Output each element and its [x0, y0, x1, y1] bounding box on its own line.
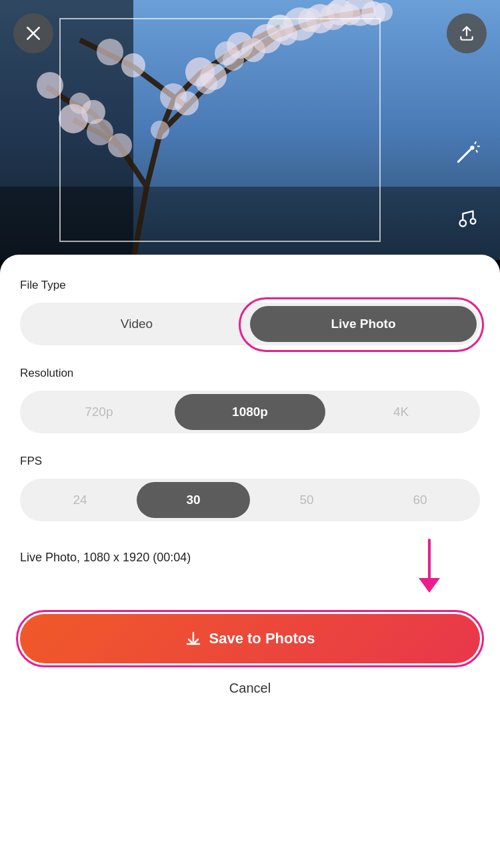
cherry-blossom-image	[0, 0, 500, 260]
svg-point-31	[151, 121, 169, 139]
fps-segment: 24 30 50 60	[20, 479, 480, 521]
export-info-text: Live Photo, 1080 x 1920 (00:04)	[20, 545, 191, 565]
svg-point-41	[471, 219, 476, 224]
arrow-line	[428, 539, 431, 579]
file-type-segment: Video Live Photo	[20, 303, 480, 345]
share-button[interactable]	[447, 13, 487, 53]
close-button[interactable]	[13, 13, 53, 53]
arrow-head	[419, 578, 440, 593]
fps-30[interactable]: 30	[137, 482, 250, 518]
magic-wand-icon	[453, 139, 481, 167]
svg-point-32	[69, 93, 91, 114]
svg-point-17	[160, 83, 187, 110]
photo-background	[0, 0, 500, 260]
svg-point-29	[223, 49, 244, 71]
svg-point-24	[87, 119, 113, 145]
photo-preview-area	[0, 0, 500, 260]
magic-wand-button[interactable]	[447, 133, 487, 173]
svg-line-38	[475, 142, 476, 143]
resolution-segment: 720p 1080p 4K	[20, 391, 480, 433]
music-button[interactable]	[447, 200, 487, 240]
info-row: Live Photo, 1080 x 1920 (00:04)	[20, 545, 480, 593]
svg-point-25	[276, 24, 297, 45]
save-to-photos-button[interactable]: Save to Photos	[20, 614, 480, 663]
svg-point-30	[196, 73, 217, 94]
res-720p[interactable]: 720p	[23, 394, 175, 430]
svg-line-40	[477, 151, 477, 152]
fps-60[interactable]: 60	[363, 482, 477, 518]
save-button-wrapper: Save to Photos	[20, 614, 480, 663]
video-option[interactable]: Video	[23, 306, 250, 342]
fps-24[interactable]: 24	[23, 482, 137, 518]
res-4k[interactable]: 4K	[325, 394, 477, 430]
svg-point-18	[121, 53, 145, 77]
live-photo-option[interactable]: Live Photo	[250, 306, 477, 342]
fps-label: FPS	[20, 455, 480, 468]
svg-point-27	[339, 4, 361, 25]
down-arrow-indicator	[419, 539, 440, 593]
download-icon	[185, 631, 201, 647]
music-note-icon	[454, 207, 479, 233]
file-type-label: File Type	[20, 279, 480, 292]
resolution-label: Resolution	[20, 367, 480, 380]
bottom-sheet: File Type Video Live Photo Resolution 72…	[0, 255, 500, 868]
svg-rect-2	[0, 187, 500, 260]
svg-point-37	[470, 145, 474, 149]
cancel-button[interactable]: Cancel	[20, 675, 480, 701]
share-icon	[458, 25, 475, 42]
svg-line-36	[458, 149, 471, 162]
fps-50[interactable]: 50	[250, 482, 363, 518]
svg-point-19	[97, 39, 123, 65]
close-icon	[25, 25, 42, 42]
res-1080p[interactable]: 1080p	[175, 394, 326, 430]
save-button-label: Save to Photos	[209, 630, 315, 647]
svg-point-26	[298, 8, 322, 32]
